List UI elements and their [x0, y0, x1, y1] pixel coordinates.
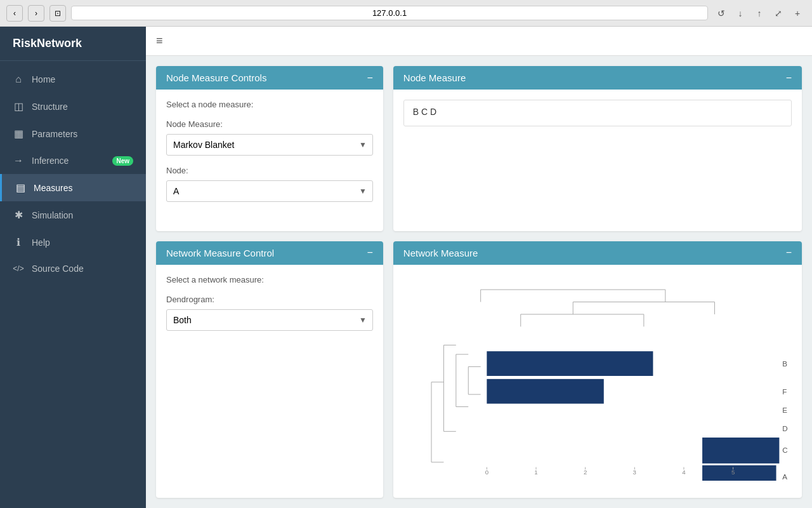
dendrogram-group: Dendrogram: Both Row Column None ▼ — [166, 295, 373, 331]
home-icon: ⌂ — [13, 74, 24, 85]
dendrogram-select[interactable]: Both Row Column None — [166, 309, 373, 331]
sidebar-item-label: Structure — [32, 102, 68, 112]
new-tab-button[interactable]: + — [789, 5, 806, 22]
sidebar-item-source-code[interactable]: </> Source Code — [0, 256, 146, 281]
svg-text:5: 5 — [731, 469, 735, 476]
svg-text:A: A — [782, 472, 787, 481]
node-measure-minimize[interactable]: − — [786, 73, 792, 83]
parameters-icon: ▦ — [13, 128, 24, 140]
node-measure-body: B C D — [393, 90, 802, 137]
network-measure-control-card: Network Measure Control − Select a netwo… — [156, 241, 383, 498]
node-measure-controls-body: Select a node measure: Node Measure: Mar… — [156, 90, 383, 222]
node-measure-controls-title: Node Measure Controls — [166, 72, 266, 83]
node-select-wrapper: A B C D E F ▼ — [166, 180, 373, 202]
sidebar-item-help[interactable]: ℹ Help — [0, 229, 146, 256]
sidebar-nav: ⌂ Home ◫ Structure ▦ Parameters → Infere… — [0, 61, 146, 508]
fullscreen-button[interactable]: ⤢ — [770, 5, 787, 22]
back-button[interactable]: ‹ — [6, 5, 23, 22]
network-measure-control-header: Network Measure Control − — [156, 241, 383, 265]
svg-rect-21 — [487, 351, 653, 376]
node-select[interactable]: A B C D E F — [166, 180, 373, 202]
dendrogram-select-wrapper: Both Row Column None ▼ — [166, 309, 373, 331]
node-measure-result: B C D — [403, 100, 792, 126]
sidebar-item-structure[interactable]: ◫ Structure — [0, 93, 146, 120]
instruction-group: Select a node measure: — [166, 100, 373, 109]
sidebar-item-parameters[interactable]: ▦ Parameters — [0, 120, 146, 147]
network-measure-chart: B F C A E D 0 1 2 3 4 5 — [393, 265, 802, 490]
network-measure-header: Network Measure − — [393, 241, 802, 265]
sidebar-item-inference[interactable]: → Inference New — [0, 147, 146, 174]
node-measure-label: Node Measure: — [166, 119, 373, 129]
node-measure-select[interactable]: Markov Blanket Neighbors Parents Childre… — [166, 134, 373, 156]
dendrogram-label: Dendrogram: — [166, 295, 373, 304]
svg-text:4: 4 — [682, 469, 686, 476]
svg-text:3: 3 — [632, 469, 636, 476]
node-measure-select-wrapper: Markov Blanket Neighbors Parents Childre… — [166, 134, 373, 156]
forward-button[interactable]: › — [28, 5, 44, 22]
svg-rect-24 — [702, 465, 776, 480]
svg-rect-23 — [702, 438, 779, 464]
network-measure-control-title: Network Measure Control — [166, 248, 274, 258]
network-instruction-group: Select a network measure: — [166, 275, 373, 284]
app-brand: RiskNetwork — [0, 27, 146, 61]
node-measure-card: Node Measure − B C D — [393, 66, 802, 231]
address-bar[interactable] — [71, 6, 708, 20]
help-icon: ℹ — [13, 236, 24, 248]
sidebar-item-label: Simulation — [32, 210, 73, 220]
node-measure-group: Node Measure: Markov Blanket Neighbors P… — [166, 119, 373, 156]
node-measure-controls-card: Node Measure Controls − Select a node me… — [156, 66, 383, 231]
sidebar-item-simulation[interactable]: ✱ Simulation — [0, 201, 146, 229]
reload-button[interactable]: ↺ — [713, 5, 730, 22]
app-container: RiskNetwork ⌂ Home ◫ Structure ▦ Paramet… — [0, 27, 812, 508]
network-measure-title: Network Measure — [403, 248, 478, 258]
share-button[interactable]: ↑ — [751, 5, 768, 22]
dendrogram-chart-svg: B F C A E D 0 1 2 3 4 5 — [400, 271, 796, 481]
svg-text:2: 2 — [584, 469, 587, 476]
svg-rect-22 — [487, 378, 603, 403]
download-button[interactable]: ↓ — [732, 5, 749, 22]
network-measure-minimize[interactable]: − — [786, 248, 792, 258]
sidebar-item-label: Measures — [34, 183, 72, 193]
simulation-icon: ✱ — [13, 209, 24, 221]
node-measure-controls-minimize[interactable]: − — [367, 73, 373, 83]
network-measure-card: Network Measure − — [393, 241, 802, 498]
top-bar: ≡ — [146, 27, 812, 56]
sidebar-item-label: Inference — [32, 156, 69, 166]
sidebar-item-label: Parameters — [32, 129, 77, 139]
sidebar-item-label: Help — [32, 237, 50, 248]
hamburger-button[interactable]: ≡ — [156, 34, 163, 48]
inference-badge: New — [112, 156, 133, 166]
network-measure-control-body: Select a network measure: Dendrogram: Bo… — [156, 265, 383, 351]
svg-text:1: 1 — [534, 469, 537, 476]
sidebar-item-measures[interactable]: ▤ Measures — [0, 174, 146, 201]
main-content: ≡ Node Measure Controls − Select a node … — [146, 27, 812, 508]
svg-text:C: C — [782, 446, 787, 454]
svg-text:B: B — [782, 359, 787, 368]
sidebar: RiskNetwork ⌂ Home ◫ Structure ▦ Paramet… — [0, 27, 146, 508]
network-instruction-text: Select a network measure: — [166, 275, 373, 284]
sidebar-item-label: Home — [32, 74, 55, 84]
node-group: Node: A B C D E F ▼ — [166, 166, 373, 202]
structure-icon: ◫ — [13, 100, 24, 112]
node-label: Node: — [166, 166, 373, 175]
sidebar-item-home[interactable]: ⌂ Home — [0, 66, 146, 93]
browser-actions: ↺ ↓ ↑ ⤢ + — [713, 5, 806, 22]
content-area: Node Measure Controls − Select a node me… — [146, 56, 812, 508]
sidebar-item-label: Source Code — [32, 264, 84, 274]
measures-icon: ▤ — [15, 182, 26, 194]
browser-chrome: ‹ › ⊡ ↺ ↓ ↑ ⤢ + — [0, 0, 812, 27]
node-measure-controls-header: Node Measure Controls − — [156, 66, 383, 90]
svg-text:0: 0 — [485, 469, 489, 476]
sidebar-toggle-button[interactable]: ⊡ — [49, 5, 66, 22]
source-code-icon: </> — [13, 264, 24, 273]
svg-text:E: E — [782, 406, 787, 414]
svg-text:F: F — [782, 387, 787, 396]
instruction-text: Select a node measure: — [166, 100, 373, 109]
node-measure-title: Node Measure — [403, 72, 466, 83]
node-measure-header: Node Measure − — [393, 66, 802, 90]
svg-text:D: D — [782, 424, 787, 432]
inference-icon: → — [13, 155, 24, 166]
network-measure-control-minimize[interactable]: − — [367, 248, 373, 258]
